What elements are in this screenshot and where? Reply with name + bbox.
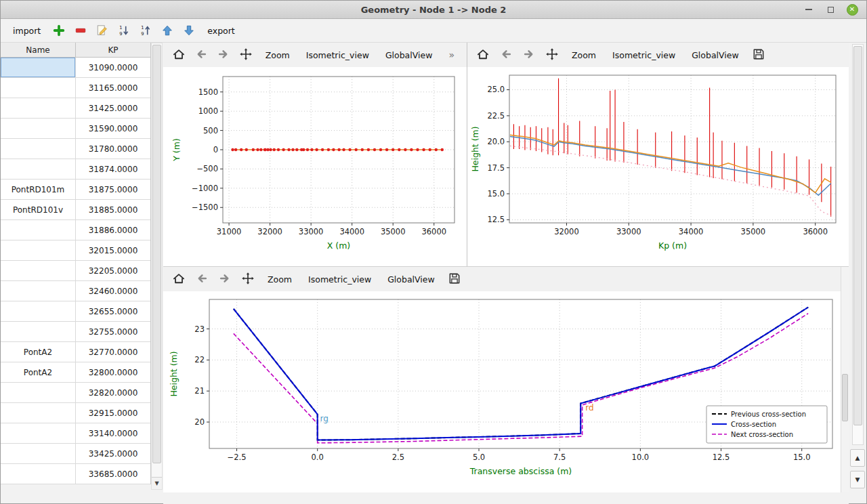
kp-cell[interactable]: 31875.0000 [76,180,150,199]
scroll-down-button[interactable]: ▼ [850,471,865,488]
profile-figure[interactable]: 320003300034000350003600012.515.017.520.… [467,67,849,266]
table-row[interactable]: 32755.0000 [1,322,150,342]
kp-cell[interactable]: 32015.0000 [76,240,150,260]
kp-cell[interactable]: 33140.0000 [76,423,150,443]
home-button[interactable] [169,45,188,64]
name-cell[interactable] [1,383,76,402]
edit-button[interactable] [93,22,111,39]
pan-button[interactable] [236,45,256,64]
kp-cell[interactable]: 31886.0000 [76,220,150,240]
kp-cell[interactable]: 32205.0000 [76,261,150,280]
main-vertical-scrollbar[interactable] [852,44,864,445]
kp-cell[interactable]: 32755.0000 [76,322,150,341]
table-scrollbar[interactable]: ▼ [151,43,163,490]
table-row[interactable]: 32655.0000 [1,301,150,322]
name-cell[interactable] [1,423,76,443]
add-row-button[interactable] [50,22,68,39]
toolbar-overflow-button[interactable]: » [442,45,461,64]
save-figure-button[interactable] [748,45,769,64]
table-row[interactable]: 33425.0000 [1,444,150,464]
name-cell[interactable] [1,58,76,77]
pan-button[interactable] [238,270,258,289]
home-button[interactable] [473,45,493,64]
kp-cell[interactable]: 31874.0000 [76,159,150,179]
name-cell[interactable] [1,220,76,240]
table-row[interactable]: 32915.0000 [1,403,150,423]
move-down-button[interactable] [180,22,198,39]
globalview-button[interactable]: GlobalView [379,45,440,64]
kp-cell[interactable]: 31885.0000 [76,200,150,219]
bottom-panel-scrollbar[interactable] [841,267,849,492]
table-row[interactable]: 32460.0000 [1,281,150,301]
name-cell[interactable]: PontRD101v [1,200,76,219]
kp-cell[interactable]: 32655.0000 [76,301,150,321]
kp-cell[interactable]: 32770.0000 [76,342,150,362]
kp-cell[interactable]: 32820.0000 [76,383,150,402]
close-button[interactable]: ✕ [846,3,858,16]
export-button[interactable]: export [202,24,240,38]
back-button[interactable] [191,45,211,64]
kp-cell[interactable]: 32915.0000 [76,403,150,423]
table-row[interactable]: 33140.0000 [1,423,150,444]
zoom-button[interactable]: Zoom [259,45,297,64]
maximize-button[interactable] [824,3,837,16]
kp-column-header[interactable]: KP [76,43,150,57]
forward-button[interactable] [213,45,233,64]
table-row[interactable]: 33685.0000 [1,464,150,484]
forward-button[interactable] [519,45,539,64]
table-row[interactable]: 31874.0000 [1,159,150,180]
move-up-button[interactable] [158,22,176,39]
table-row[interactable]: 32015.0000 [1,240,150,261]
name-cell[interactable] [1,444,76,463]
table-row[interactable]: PontA232770.0000 [1,342,150,362]
name-cell[interactable] [1,240,76,260]
name-cell[interactable] [1,261,76,280]
xy-chart[interactable]: 310003200033000340003500036000−1500−1000… [163,67,465,262]
forward-button[interactable] [215,270,235,289]
remove-row-button[interactable] [72,22,89,39]
main-vertical-scrollbar-thumb[interactable] [853,46,862,425]
back-button[interactable] [192,270,212,289]
back-button[interactable] [496,45,516,64]
sort-descending-button[interactable]: 19 [115,22,133,39]
kp-cell[interactable]: 33685.0000 [76,464,150,484]
name-cell[interactable]: PontA2 [1,342,76,362]
table-scroll-down-button[interactable]: ▼ [152,477,162,489]
cross-section-chart[interactable]: rgrd−2.50.02.55.07.510.012.515.020212223… [163,291,841,490]
table-row[interactable]: 32205.0000 [1,261,150,281]
bottom-panel-scrollbar-thumb[interactable] [842,374,848,421]
table-row[interactable]: 31425.0000 [1,98,150,119]
kp-cell[interactable]: 31090.0000 [76,58,150,77]
isometric-view-button[interactable]: Isometric_view [299,45,376,64]
name-cell[interactable] [1,78,76,98]
table-scrollbar-thumb[interactable] [152,45,161,463]
profile-chart[interactable]: 320003300034000350003600012.515.017.520.… [467,67,848,262]
table-row[interactable]: 31090.0000 [1,58,150,78]
kp-cell[interactable]: 31165.0000 [76,78,150,98]
name-cell[interactable] [1,139,76,159]
table-row[interactable]: 31780.0000 [1,139,150,159]
name-cell[interactable] [1,98,76,118]
save-figure-button[interactable] [444,270,465,289]
kp-cell[interactable]: 31590.0000 [76,119,150,138]
sort-ascending-button[interactable]: 19 [137,22,154,39]
table-row[interactable]: PontRD101v31885.0000 [1,200,150,220]
name-cell[interactable]: PontA2 [1,362,76,382]
table-row[interactable]: 31886.0000 [1,220,150,240]
table-row[interactable]: 31590.0000 [1,119,150,139]
kp-cell[interactable]: 31425.0000 [76,98,150,118]
globalview-button[interactable]: GlobalView [381,270,442,289]
table-row[interactable]: 32820.0000 [1,383,150,403]
import-button[interactable]: import [7,24,46,38]
name-cell[interactable] [1,301,76,321]
zoom-button[interactable]: Zoom [565,45,603,64]
table-row[interactable]: 31165.0000 [1,78,150,98]
table-row[interactable]: PontRD101m31875.0000 [1,180,150,200]
isometric-view-button[interactable]: Isometric_view [606,45,682,64]
name-cell[interactable] [1,464,76,484]
cross-section-figure[interactable]: rgrd−2.50.02.55.07.510.012.515.020212223… [163,291,841,492]
name-cell[interactable]: PontRD101m [1,180,76,199]
scroll-up-button[interactable]: ▲ [850,449,865,467]
name-column-header[interactable]: Name [1,43,76,57]
globalview-button[interactable]: GlobalView [685,45,746,64]
